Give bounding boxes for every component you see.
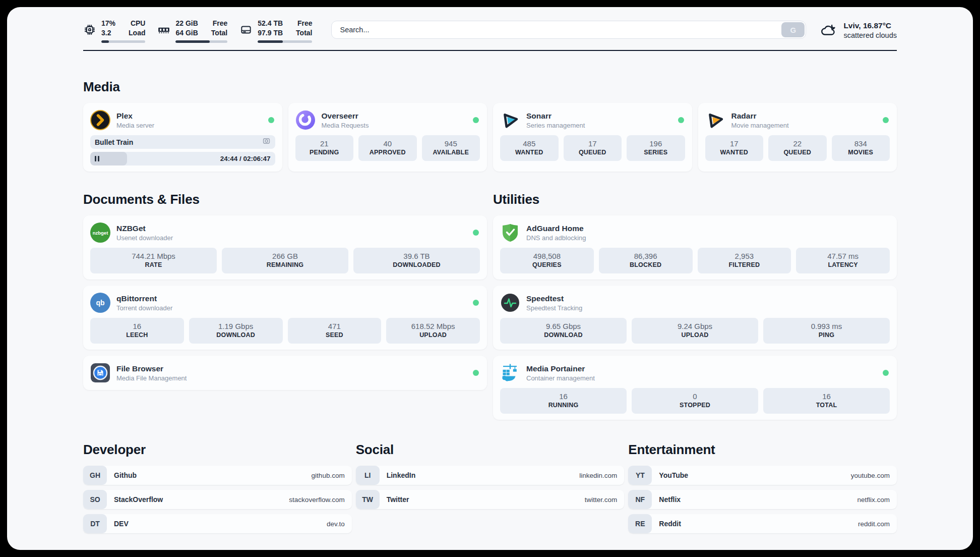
link-abbr-badge: GH (83, 466, 107, 485)
app-name: NZBGet (116, 224, 467, 234)
filebrowser-icon (90, 363, 110, 383)
stat-download: 1.19 Gbps DOWNLOAD (189, 318, 283, 344)
stat-remaining: 266 GB REMAINING (222, 248, 348, 273)
stat-filtered: 2,953 FILTERED (698, 248, 791, 273)
stat-seed: 471 SEED (288, 318, 382, 344)
links-row: GH Github github.com SO StackOverflow st… (83, 466, 897, 538)
app-name: AdGuard Home (526, 224, 890, 234)
link-stackoverflow[interactable]: SO StackOverflow stackoverflow.com (83, 490, 352, 509)
link-url: netflix.com (857, 496, 890, 504)
sonarr-icon (500, 110, 520, 130)
pause-icon (95, 156, 99, 161)
memory-label-top: Free (211, 19, 227, 28)
radarr-icon (705, 110, 725, 130)
app-subtitle: Container management (526, 374, 877, 382)
link-name: Twitter (387, 495, 409, 504)
link-name: Reddit (659, 520, 681, 528)
weather-location-temp: Lviv, 16.87°C (843, 21, 897, 31)
link-url: dev.to (327, 520, 345, 528)
app-subtitle: Media Requests (322, 121, 467, 130)
app-name: Sonarr (526, 111, 672, 121)
search-engine-button[interactable]: G (781, 22, 805, 37)
app-card-radarr[interactable]: Radarr Movie management 17 WANTED 22 QUE… (698, 103, 897, 172)
video-icon (262, 137, 271, 147)
stat-queries: 498,508 QUERIES (500, 248, 594, 273)
status-dot (473, 370, 479, 376)
app-card-nzbget[interactable]: nzbget NZBGet Usenet downloader 744.21 M… (83, 215, 487, 280)
memory-widget: 22 GiB Free 64 GiB Total (157, 19, 227, 43)
playback-time: 24:44 / 02:06:47 (220, 155, 271, 162)
link-netflix[interactable]: NF Netflix netflix.com (628, 490, 897, 509)
app-card-plex[interactable]: Plex Media server Bullet Train (83, 103, 282, 172)
app-subtitle: DNS and adblocking (526, 234, 890, 242)
storage-free-value: 52.4 TB (258, 19, 283, 28)
qbittorrent-icon: qb (90, 293, 110, 313)
app-card-portainer[interactable]: Media Portainer Container management 16 … (493, 356, 897, 420)
app-name: File Browser (116, 364, 467, 374)
link-url: twitter.com (585, 496, 618, 504)
now-playing-row: Bullet Train (90, 135, 275, 149)
app-subtitle: Speedtest Tracking (526, 304, 890, 312)
app-name: qBittorrent (116, 294, 467, 304)
status-dot (473, 300, 479, 306)
stat-leech: 16 LEECH (90, 318, 184, 344)
app-card-speedtest[interactable]: Speedtest Speedtest Tracking 9.65 Gbps D… (493, 286, 897, 350)
cpu-percent: 17% (101, 19, 115, 28)
link-github[interactable]: GH Github github.com (83, 466, 352, 485)
section-title-utilities: Utilities (493, 192, 897, 207)
link-url: stackoverflow.com (289, 496, 344, 504)
link-abbr-badge: YT (628, 466, 652, 485)
nzbget-icon: nzbget (90, 222, 110, 243)
now-playing-title: Bullet Train (95, 138, 133, 146)
stat-stopped: 0 STOPPED (632, 388, 758, 414)
section-title-documents: Documents & Files (83, 192, 487, 207)
status-dot (473, 230, 479, 236)
portainer-icon (500, 363, 520, 383)
link-youtube[interactable]: YT YouTube youtube.com (628, 466, 897, 485)
link-twitter[interactable]: TW Twitter twitter.com (356, 490, 625, 509)
cpu-icon (83, 23, 96, 36)
link-url: reddit.com (858, 520, 890, 528)
utilities-column: AdGuard Home DNS and adblocking 498,508 … (493, 215, 897, 420)
section-title-developer: Developer (83, 442, 352, 458)
link-name: StackOverflow (114, 495, 163, 504)
stat-downloaded: 39.6 TB DOWNLOADED (353, 248, 480, 273)
stat-wanted: 485 WANTED (500, 135, 559, 161)
ram-icon (157, 23, 170, 36)
stat-wanted: 17 WANTED (705, 135, 764, 161)
stat-queued: 17 QUEUED (564, 135, 622, 161)
app-card-qbittorrent[interactable]: qb qBittorrent Torrent downloader 16 LEE… (83, 286, 487, 350)
stat-queued: 22 QUEUED (768, 135, 827, 161)
app-card-overseerr[interactable]: Overseerr Media Requests 21 PENDING 40 A… (288, 103, 487, 172)
app-card-adguard[interactable]: AdGuard Home DNS and adblocking 498,508 … (493, 215, 897, 280)
link-abbr-badge: NF (628, 490, 652, 509)
stat-upload: 618.52 Mbps UPLOAD (386, 318, 480, 344)
storage-total-value: 97.9 TB (258, 29, 283, 37)
app-card-filebrowser[interactable]: File Browser Media File Management (83, 356, 487, 390)
link-dev[interactable]: DT DEV dev.to (83, 514, 352, 533)
link-abbr-badge: DT (83, 514, 107, 533)
app-subtitle: Media File Management (116, 374, 467, 382)
search-input[interactable] (333, 26, 781, 34)
link-linkedin[interactable]: LI LinkedIn linkedin.com (356, 466, 625, 485)
stat-latency: 47.57 ms LATENCY (796, 248, 890, 273)
topbar-divider (83, 50, 897, 51)
stat-pending: 21 PENDING (295, 135, 354, 161)
app-name: Radarr (731, 111, 877, 121)
section-title-entertainment: Entertainment (628, 442, 897, 458)
app-subtitle: Torrent downloader (116, 304, 467, 312)
documents-column: nzbget NZBGet Usenet downloader 744.21 M… (83, 215, 487, 420)
storage-label-bottom: Total (296, 29, 312, 37)
media-card-row: Plex Media server Bullet Train (83, 103, 897, 172)
app-subtitle: Usenet downloader (116, 234, 467, 242)
section-title-social: Social (356, 442, 625, 458)
cpu-widget: 17% CPU 3.2 Load (83, 19, 145, 43)
status-dot (678, 117, 684, 123)
link-url: github.com (312, 472, 345, 479)
app-card-sonarr[interactable]: Sonarr Series management 485 WANTED 17 Q… (493, 103, 692, 172)
link-reddit[interactable]: RE Reddit reddit.com (628, 514, 897, 533)
link-url: youtube.com (851, 472, 890, 479)
section-title-media: Media (83, 79, 897, 95)
stat-available: 945 AVAILABLE (422, 135, 480, 161)
link-name: Github (114, 471, 137, 479)
